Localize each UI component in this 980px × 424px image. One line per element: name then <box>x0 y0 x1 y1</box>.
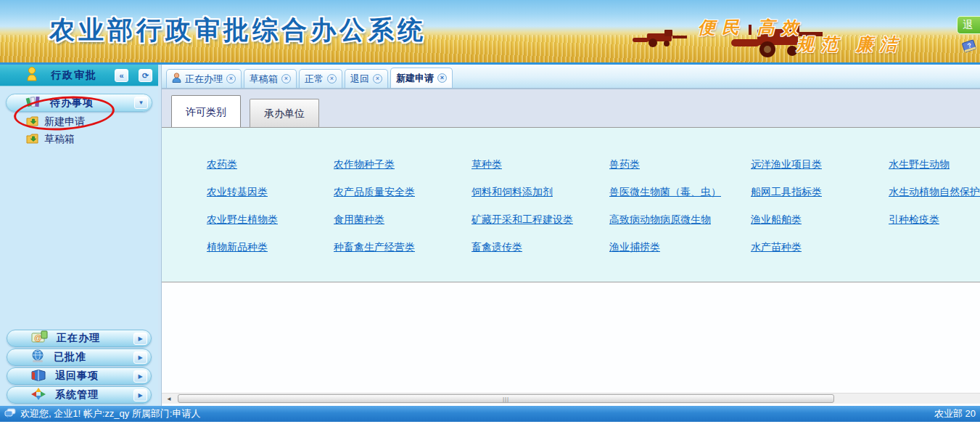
close-icon[interactable]: × <box>437 73 447 83</box>
category-link-grid: 农药类 农作物种子类 草种类 兽药类 远洋渔业项目类 水生野生动物 农业转基因类… <box>162 128 980 282</box>
category-link[interactable]: 远洋渔业项目类 <box>751 158 889 171</box>
category-link[interactable]: 水产苗种类 <box>751 241 889 254</box>
category-link[interactable]: 兽医微生物菌（毒、虫） <box>609 186 751 199</box>
category-link[interactable]: 农作物种子类 <box>334 158 472 171</box>
svg-text:@: @ <box>34 333 42 342</box>
category-link[interactable]: 水生动植物自然保护区 <box>889 186 980 199</box>
globe-icon <box>30 349 45 366</box>
folder-download-icon <box>26 134 38 146</box>
sidebar-group-label: 系统管理 <box>55 388 99 401</box>
application-window: 农业部行政审批综合办公系统 便民 高效 规范 廉洁 退 ? 行政审批 « ⟳ <box>0 0 980 424</box>
sidebar-group-returned[interactable]: 退回事项 ▶ <box>7 367 152 385</box>
tab-undertaking-unit[interactable]: 承办单位 <box>250 99 319 127</box>
books-icon <box>25 95 41 110</box>
sidebar-item-label: 草稿箱 <box>44 133 75 146</box>
category-link[interactable]: 渔业捕捞类 <box>609 241 751 254</box>
category-link[interactable]: 草种类 <box>472 158 609 171</box>
inner-tab-header: 许可类别 承办单位 <box>162 89 980 128</box>
sidebar-refresh-button[interactable]: ⟳ <box>139 69 152 82</box>
chevron-right-icon[interactable]: ▶ <box>133 351 147 364</box>
sidebar-collapse-button[interactable]: « <box>115 69 128 82</box>
logout-button[interactable]: 退 <box>957 16 980 34</box>
welcome-text: 欢迎您, 企业1! 帐户:zz_qy 所属部门:申请人 <box>20 407 200 420</box>
category-link[interactable]: 渔业船舶类 <box>751 213 889 227</box>
app-title: 农业部行政审批综合办公系统 <box>49 13 427 47</box>
sidebar-group-todo-label: 待办事项 <box>50 97 94 110</box>
main-area: 行政审批 « ⟳ 待办事项 ▼ 新建申请 <box>0 65 980 406</box>
sidebar-group-label: 已批准 <box>54 351 86 364</box>
slogan-line-2: 规范 廉洁 <box>796 33 904 56</box>
category-link[interactable]: 畜禽遗传类 <box>472 241 609 254</box>
tab-label: 草稿箱 <box>250 73 278 86</box>
statusbar-right-text: 农业部 20 <box>934 407 976 420</box>
sidebar-group-system-management[interactable]: 系统管理 ▶ <box>7 386 152 404</box>
tab-label: 正常 <box>305 73 324 86</box>
category-link[interactable]: 农业转基因类 <box>207 186 334 199</box>
category-link[interactable]: 农业野生植物类 <box>207 213 334 227</box>
banner: 农业部行政审批综合办公系统 便民 高效 规范 廉洁 退 ? <box>0 0 980 65</box>
category-link[interactable]: 植物新品种类 <box>207 241 334 254</box>
user-icon <box>26 67 38 84</box>
sidebar-title: 行政审批 <box>51 69 97 82</box>
harvester-image <box>633 29 689 51</box>
tab-new-application[interactable]: 新建申请 × <box>390 68 453 88</box>
help-book-icon[interactable]: ? <box>961 39 977 57</box>
chevron-right-icon[interactable]: ▶ <box>133 389 147 401</box>
tab-normal[interactable]: 正常 × <box>299 69 342 88</box>
close-icon[interactable]: × <box>226 74 236 83</box>
category-link[interactable]: 兽药类 <box>609 158 751 171</box>
horizontal-scrollbar[interactable]: ◄ ||| ► <box>162 393 980 404</box>
close-icon[interactable]: × <box>281 74 291 83</box>
close-icon[interactable]: × <box>327 74 337 83</box>
category-link[interactable]: 水生野生动物 <box>889 158 980 171</box>
slogan-line-1: 便民 高效 <box>698 16 805 39</box>
tab-draftbox[interactable]: 草稿箱 × <box>244 69 297 88</box>
category-link[interactable]: 种畜禽生产经营类 <box>334 241 472 254</box>
category-link[interactable]: 高致病动物病原微生物 <box>609 213 751 227</box>
category-link[interactable]: 农药类 <box>207 158 334 171</box>
sidebar-group-approved[interactable]: 已批准 ▶ <box>7 348 152 366</box>
category-link[interactable]: 船网工具指标类 <box>751 186 889 199</box>
sidebar-item-label: 新建申请 <box>44 115 85 129</box>
sidebar-group-in-progress[interactable]: @ 正在办理 ▶ <box>7 330 152 347</box>
workspace-tabstrip: 正在办理 × 草稿箱 × 正常 × 退回 × 新建申请 × <box>162 65 980 89</box>
status-bar: 欢迎您, 企业1! 帐户:zz_qy 所属部门:申请人 农业部 20 <box>0 406 980 422</box>
content-area: 正在办理 × 草稿箱 × 正常 × 退回 × 新建申请 × <box>161 65 980 406</box>
folder-download-icon <box>26 116 38 129</box>
mail-at-icon: @ <box>30 330 48 346</box>
chat-bubble-icon <box>4 408 16 420</box>
sidebar-item-draftbox[interactable]: 草稿箱 <box>0 131 158 148</box>
category-link[interactable]: 食用菌种类 <box>334 213 472 227</box>
sidebar: 行政审批 « ⟳ 待办事项 ▼ 新建申请 <box>0 65 158 406</box>
person-icon <box>172 73 181 85</box>
category-link[interactable]: 引种检疫类 <box>889 213 980 227</box>
tab-label: 新建申请 <box>396 72 434 85</box>
sidebar-group-label: 正在办理 <box>57 332 100 345</box>
empty-content-region <box>162 282 980 392</box>
sidebar-header: 行政审批 « ⟳ <box>0 65 158 86</box>
tab-license-category[interactable]: 许可类别 <box>171 95 241 127</box>
chevron-right-icon[interactable]: ▶ <box>133 370 147 383</box>
close-icon[interactable]: × <box>373 74 382 83</box>
chevron-right-icon[interactable]: ▶ <box>133 333 147 345</box>
category-link[interactable]: 饲料和饲料添加剂 <box>472 186 609 199</box>
tab-label: 正在办理 <box>185 73 223 86</box>
scroll-left-icon[interactable]: ◄ <box>163 394 175 404</box>
category-link[interactable]: 农产品质量安全类 <box>334 186 472 199</box>
arrows-pinwheel-icon <box>30 387 46 404</box>
sidebar-group-label: 退回事项 <box>55 370 99 383</box>
tab-label: 退回 <box>350 73 369 86</box>
scrollbar-thumb[interactable]: ||| <box>178 394 834 403</box>
scrollbar-grip: ||| <box>503 396 509 402</box>
chevron-down-icon[interactable]: ▼ <box>134 97 148 109</box>
category-link[interactable]: 矿藏开采和工程建设类 <box>472 213 609 227</box>
tab-in-progress[interactable]: 正在办理 × <box>166 69 242 88</box>
sidebar-item-new-application[interactable]: 新建申请 <box>0 113 158 131</box>
sidebar-group-todo[interactable]: 待办事项 ▼ <box>6 94 152 112</box>
tab-returned[interactable]: 退回 × <box>345 69 388 88</box>
book-icon <box>30 369 46 384</box>
